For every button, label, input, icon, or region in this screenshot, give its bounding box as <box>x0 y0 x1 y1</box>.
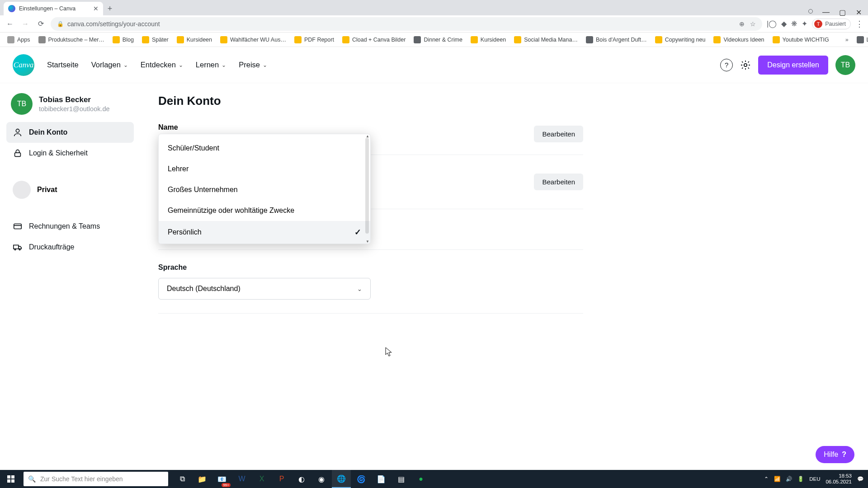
sidebar-team-label: Privat <box>37 186 57 194</box>
mail-icon[interactable]: 📧99+ <box>212 470 231 488</box>
sync-dot-icon[interactable] <box>808 9 813 14</box>
bookmark-item[interactable]: Kursideen <box>177 36 212 43</box>
extensions-puzzle-icon[interactable]: ✦ <box>802 19 807 28</box>
extension-icon-2[interactable]: ❋ <box>791 19 797 28</box>
bookmark-overflow-icon[interactable]: » <box>845 37 849 43</box>
svg-rect-3 <box>14 224 22 229</box>
nav-vorlagen[interactable]: Vorlagen⌄ <box>91 61 128 69</box>
chevron-down-icon: ⌄ <box>263 62 267 68</box>
scroll-down-arrow-icon[interactable]: ▼ <box>366 239 369 244</box>
create-design-button[interactable]: Design erstellen <box>758 56 828 75</box>
taskbar-search[interactable]: 🔍 Zur Suche Text hier eingeben <box>24 472 168 486</box>
settings-sidebar: TB Tobias Becker tobibecker1@outlook.de … <box>0 83 140 470</box>
svg-rect-2 <box>15 153 21 156</box>
app-icon-2[interactable]: ▤ <box>392 470 410 488</box>
dropdown-option[interactable]: Lehrer <box>159 159 370 179</box>
sidebar-item-label: Dein Konto <box>29 128 67 136</box>
nav-startseite[interactable]: Startseite <box>47 61 79 69</box>
dropdown-option-selected[interactable]: Persönlich ✓ <box>159 221 370 244</box>
notepad-icon[interactable]: 📄 <box>372 470 391 488</box>
bookmark-star-icon[interactable]: ☆ <box>750 20 756 28</box>
bookmark-item[interactable]: Dinner & Crime <box>414 36 462 43</box>
chrome-icon[interactable]: 🌐 <box>332 470 351 488</box>
zoom-icon[interactable]: ⊕ <box>739 20 745 28</box>
dropdown-option[interactable]: Schüler/Student <box>159 138 370 159</box>
minimize-icon[interactable]: ― <box>823 9 829 15</box>
nav-lernen[interactable]: Lernen⌄ <box>196 61 226 69</box>
page-title: Dein Konto <box>158 94 850 108</box>
bookmark-item[interactable]: Blog <box>113 36 134 43</box>
bookmark-item[interactable]: Bois d'Argent Duft… <box>586 36 647 43</box>
wifi-icon[interactable]: 📶 <box>774 476 780 482</box>
bookmark-item[interactable]: Youtube WICHTIG <box>773 36 829 43</box>
notification-center-icon[interactable]: 💬 <box>857 476 863 482</box>
browser-tab[interactable]: Einstellungen – Canva ✕ <box>4 2 103 15</box>
bookmark-item[interactable]: Social Media Mana… <box>514 36 578 43</box>
dropdown-option[interactable]: Kleinunternehmen <box>159 134 370 138</box>
reading-list-button[interactable]: Leseliste <box>857 36 868 43</box>
dropdown-scrollbar[interactable] <box>365 138 369 234</box>
nav-preise[interactable]: Preise⌄ <box>239 61 267 69</box>
canva-logo[interactable]: Canva <box>13 54 34 76</box>
bookmark-item[interactable]: Cload + Canva Bilder <box>342 36 406 43</box>
volume-icon[interactable]: 🔊 <box>786 476 792 482</box>
browser-menu-icon[interactable]: ⋮ <box>855 19 863 29</box>
powerpoint-icon[interactable]: P <box>272 470 291 488</box>
app-icon[interactable]: ◐ <box>292 470 311 488</box>
explorer-icon[interactable]: 📁 <box>193 470 212 488</box>
language-indicator[interactable]: DEU <box>809 476 820 482</box>
close-tab-icon[interactable]: ✕ <box>93 5 99 12</box>
obs-icon[interactable]: ◉ <box>312 470 331 488</box>
sidebar-user-name: Tobias Becker <box>39 95 110 104</box>
chevron-down-icon: ⌄ <box>357 286 362 292</box>
new-tab-button[interactable]: + <box>103 2 117 15</box>
back-button[interactable]: ← <box>5 19 15 29</box>
help-fab-button[interactable]: Hilfe ? <box>816 446 854 463</box>
profile-paused-chip[interactable]: T Pausiert <box>812 19 851 29</box>
translate-icon[interactable]: |◯ <box>767 19 777 28</box>
maximize-icon[interactable]: ▢ <box>839 9 845 15</box>
sidebar-item-druckauftraege[interactable]: Druckaufträge <box>6 237 134 258</box>
nav-entdecken[interactable]: Entdecken⌄ <box>141 61 183 69</box>
url-bar[interactable]: 🔒 canva.com/settings/your-account ⊕ ☆ <box>51 17 762 31</box>
extension-icon-1[interactable]: ◆ <box>781 19 787 28</box>
user-avatar[interactable]: TB <box>835 55 855 75</box>
task-view-icon[interactable]: ⧉ <box>173 470 192 488</box>
chevron-down-icon: ⌄ <box>123 62 128 68</box>
bookmark-item[interactable]: Wahlfächer WU Aus… <box>220 36 286 43</box>
help-icon[interactable]: ? <box>720 59 733 71</box>
reload-button[interactable]: ⟳ <box>35 19 46 29</box>
bookmark-item[interactable]: Produktsuche – Mer… <box>38 36 104 43</box>
svg-rect-9 <box>11 475 14 479</box>
tab-title: Einstellungen – Canva <box>19 5 75 12</box>
clock[interactable]: 18:53 06.05.2021 <box>826 473 852 485</box>
bookmark-item[interactable]: Kursideen <box>471 36 506 43</box>
spotify-icon[interactable]: ● <box>411 470 430 488</box>
bookmark-item[interactable]: Später <box>142 36 169 43</box>
edit-button-row2[interactable]: Bearbeiten <box>534 174 583 190</box>
clock-date: 06.05.2021 <box>826 479 852 485</box>
edge-icon[interactable]: 🌀 <box>352 470 371 488</box>
lock-icon <box>13 148 23 158</box>
scroll-up-arrow-icon[interactable]: ▲ <box>366 134 369 138</box>
close-window-icon[interactable]: ✕ <box>855 9 862 15</box>
language-select[interactable]: Deutsch (Deutschland) ⌄ <box>158 278 371 300</box>
excel-icon[interactable]: X <box>252 470 271 488</box>
bookmark-item[interactable]: Videokurs Ideen <box>713 36 764 43</box>
settings-gear-icon[interactable] <box>740 60 751 70</box>
word-icon[interactable]: W <box>232 470 251 488</box>
battery-icon[interactable]: 🔋 <box>797 476 804 482</box>
start-button[interactable] <box>0 470 22 488</box>
edit-name-button[interactable]: Bearbeiten <box>534 126 583 142</box>
system-tray: ⌃ 📶 🔊 🔋 DEU 18:53 06.05.2021 💬 <box>764 473 868 485</box>
sidebar-item-rechnungen[interactable]: Rechnungen & Teams <box>6 216 134 237</box>
tray-chevron-icon[interactable]: ⌃ <box>764 476 769 482</box>
sidebar-item-login-sicherheit[interactable]: Login & Sicherheit <box>6 143 134 164</box>
sidebar-team-privat[interactable]: Privat <box>6 175 134 204</box>
sidebar-item-dein-konto[interactable]: Dein Konto <box>6 122 134 143</box>
dropdown-option[interactable]: Großes Unternehmen <box>159 179 370 200</box>
apps-shortcut[interactable]: Apps <box>7 36 30 43</box>
bookmark-item[interactable]: PDF Report <box>294 36 334 43</box>
bookmark-item[interactable]: Copywriting neu <box>655 36 706 43</box>
dropdown-option[interactable]: Gemeinnützige oder wohltätige Zwecke <box>159 200 370 221</box>
